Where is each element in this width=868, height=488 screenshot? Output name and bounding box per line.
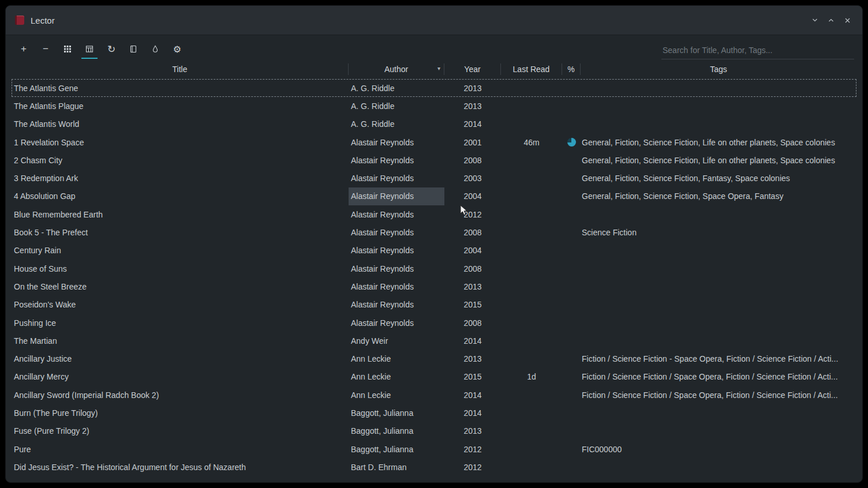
cell-title[interactable]: Ancillary Mercy xyxy=(12,368,349,386)
cell-year[interactable]: 2014 xyxy=(444,386,501,404)
cell-title[interactable]: 4 Absolution Gap xyxy=(12,187,349,205)
cell-last-read[interactable] xyxy=(501,97,562,115)
table-row[interactable]: Ancillary JusticeAnn Leckie2013Fiction /… xyxy=(12,350,856,367)
cell-progress[interactable] xyxy=(562,277,581,295)
cell-progress[interactable] xyxy=(562,350,581,367)
cell-author[interactable]: Andy Weir xyxy=(349,332,444,350)
cell-title[interactable]: The Atlantis Gene xyxy=(12,79,349,97)
cell-year[interactable]: 2015 xyxy=(444,368,501,386)
column-header-year[interactable]: Year xyxy=(444,63,501,75)
cell-author[interactable]: Baggott, Julianna xyxy=(349,404,444,422)
cell-tags[interactable]: Fiction / Science Fiction / Space Opera,… xyxy=(581,368,856,386)
cell-author[interactable]: Ann Leckie xyxy=(349,386,444,404)
cell-last-read[interactable] xyxy=(501,386,562,404)
cell-year[interactable]: 2013 xyxy=(444,79,501,97)
cell-progress[interactable] xyxy=(562,242,581,260)
table-row[interactable]: 1 Revelation SpaceAlastair Reynolds20014… xyxy=(12,133,856,151)
titlebar[interactable]: Lector xyxy=(6,6,862,35)
table-row[interactable]: 2 Chasm CityAlastair Reynolds2008General… xyxy=(12,151,856,169)
cell-title[interactable]: 1 Revelation Space xyxy=(12,133,349,151)
cell-progress[interactable] xyxy=(562,133,581,151)
cell-author[interactable]: A. G. Riddle xyxy=(349,79,444,97)
cell-author[interactable]: A. G. Riddle xyxy=(349,97,444,115)
cell-title[interactable]: The Martian xyxy=(12,332,349,350)
table-row[interactable]: Blue Remembered EarthAlastair Reynolds20… xyxy=(12,205,856,223)
cell-tags[interactable]: General, Fiction, Science Fiction, Life … xyxy=(581,151,856,169)
cell-title[interactable]: Ancillary Sword (Imperial Radch Book 2) xyxy=(12,386,349,404)
cell-author[interactable]: Alastair Reynolds xyxy=(349,205,444,223)
cell-progress[interactable] xyxy=(562,97,581,115)
cell-year[interactable]: 2012 xyxy=(444,458,501,476)
cell-author[interactable]: Alastair Reynolds xyxy=(349,314,444,332)
cell-progress[interactable] xyxy=(562,187,581,205)
cell-year[interactable]: 2013 xyxy=(444,422,501,440)
theme-button[interactable] xyxy=(145,39,165,59)
cell-tags[interactable] xyxy=(581,277,856,295)
column-header-percent[interactable]: % xyxy=(562,63,581,75)
cell-tags[interactable]: Fiction / Science Fiction - Space Opera,… xyxy=(581,350,856,367)
cell-tags[interactable] xyxy=(581,79,856,97)
column-header-title[interactable]: Title xyxy=(12,63,349,75)
cell-author[interactable]: Alastair Reynolds xyxy=(349,133,444,151)
table-row[interactable]: On the Steel BreezeAlastair Reynolds2013 xyxy=(12,277,856,295)
cell-title[interactable]: The Atlantis World xyxy=(12,115,349,133)
add-book-button[interactable]: + xyxy=(14,39,33,59)
column-header-tags[interactable]: Tags xyxy=(581,63,856,75)
cell-tags[interactable] xyxy=(581,314,856,332)
cell-last-read[interactable] xyxy=(501,440,562,458)
cell-year[interactable]: 2008 xyxy=(444,151,501,169)
cell-tags[interactable]: General, Fiction, Science Fiction, Life … xyxy=(581,133,856,151)
cell-author[interactable]: A. G. Riddle xyxy=(349,115,444,133)
cell-last-read[interactable] xyxy=(501,187,562,205)
cell-year[interactable]: 2014 xyxy=(444,332,501,350)
table-row[interactable]: Ancillary Sword (Imperial Radch Book 2)A… xyxy=(12,386,856,404)
cell-progress[interactable] xyxy=(562,368,581,386)
table-view-button[interactable] xyxy=(80,39,99,59)
cell-author[interactable]: Baggott, Julianna xyxy=(349,440,444,458)
cell-title[interactable]: House of Suns xyxy=(12,260,349,277)
cell-progress[interactable] xyxy=(562,79,581,97)
cell-last-read[interactable] xyxy=(501,314,562,332)
cell-tags[interactable] xyxy=(581,296,856,314)
cell-last-read[interactable] xyxy=(501,151,562,169)
cell-last-read[interactable] xyxy=(501,242,562,260)
cell-author[interactable]: Alastair Reynolds xyxy=(349,151,444,169)
cell-last-read[interactable]: 1d xyxy=(501,368,562,386)
cell-author[interactable]: Ann Leckie xyxy=(349,350,444,367)
cell-title[interactable]: Ancillary Justice xyxy=(12,350,349,367)
cell-last-read[interactable] xyxy=(501,350,562,367)
table-row[interactable]: The MartianAndy Weir2014 xyxy=(12,332,856,350)
cell-title[interactable]: Pure xyxy=(12,440,349,458)
cell-tags[interactable] xyxy=(581,404,856,422)
cell-progress[interactable] xyxy=(562,115,581,133)
cell-author[interactable]: Alastair Reynolds xyxy=(349,187,444,205)
cell-progress[interactable] xyxy=(562,314,581,332)
cell-year[interactable]: 2014 xyxy=(444,115,501,133)
cell-year[interactable]: 2001 xyxy=(444,133,501,151)
table-row[interactable]: Burn (The Pure Trilogy)Baggott, Julianna… xyxy=(12,404,856,422)
table-row[interactable]: Ancillary MercyAnn Leckie20151dFiction /… xyxy=(12,368,856,386)
cell-title[interactable]: Blue Remembered Earth xyxy=(12,205,349,223)
cell-last-read[interactable] xyxy=(501,296,562,314)
cell-author[interactable]: Bart D. Ehrman xyxy=(349,458,444,476)
cell-last-read[interactable] xyxy=(501,260,562,277)
table-row[interactable]: The Atlantis WorldA. G. Riddle2014 xyxy=(12,115,856,133)
window-maximize-button[interactable] xyxy=(825,14,837,26)
cell-tags[interactable] xyxy=(581,205,856,223)
cell-tags[interactable]: Fiction / Science Fiction / Space Opera,… xyxy=(581,386,856,404)
cell-last-read[interactable] xyxy=(501,205,562,223)
cell-progress[interactable] xyxy=(562,205,581,223)
cell-author[interactable]: Alastair Reynolds xyxy=(349,277,444,295)
cell-year[interactable]: 2013 xyxy=(444,350,501,367)
cover-view-button[interactable] xyxy=(58,39,77,59)
table-row[interactable]: Poseidon's WakeAlastair Reynolds2015 xyxy=(12,296,856,314)
cell-tags[interactable]: General, Fiction, Science Fiction, Space… xyxy=(581,187,856,205)
cell-year[interactable]: 2015 xyxy=(444,296,501,314)
table-row[interactable]: House of SunsAlastair Reynolds2008 xyxy=(12,260,856,277)
cell-progress[interactable] xyxy=(562,151,581,169)
window-close-button[interactable] xyxy=(841,14,853,26)
cell-tags[interactable] xyxy=(581,260,856,277)
cell-author[interactable]: Alastair Reynolds xyxy=(349,260,444,277)
cell-last-read[interactable] xyxy=(501,332,562,350)
cell-author[interactable]: Alastair Reynolds xyxy=(349,242,444,260)
